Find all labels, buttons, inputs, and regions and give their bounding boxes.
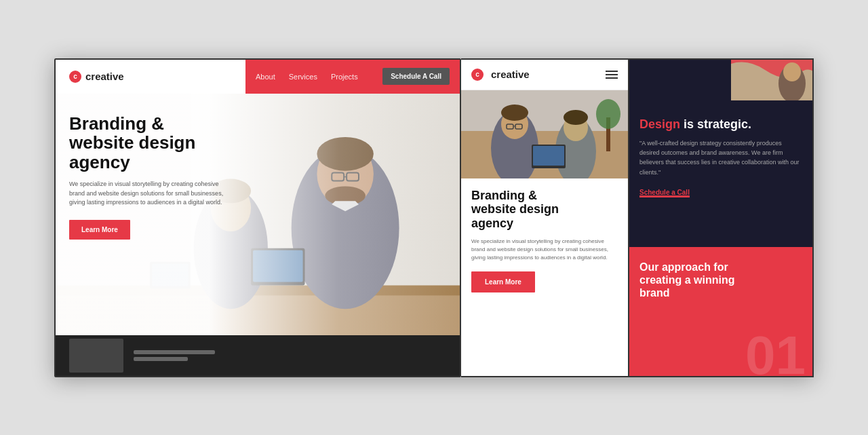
nav-projects[interactable]: Projects bbox=[331, 73, 358, 81]
desktop-nav: creative About Services Projects Schedul… bbox=[56, 60, 460, 94]
strip-line-2 bbox=[134, 357, 188, 361]
desktop-bottom-strip bbox=[56, 335, 460, 376]
mobile-learn-more-button[interactable]: Learn More bbox=[471, 271, 535, 292]
desktop-nav-left: creative bbox=[56, 60, 245, 94]
mobile-nav: creative bbox=[461, 60, 628, 90]
mobile-logo: creative bbox=[471, 69, 530, 81]
svg-point-33 bbox=[596, 99, 620, 129]
panel-right: Design is strategic. "A well-crafted des… bbox=[629, 58, 814, 377]
right-top-image bbox=[731, 60, 812, 100]
logo-icon bbox=[69, 71, 81, 83]
outer-wrapper: creative About Services Projects Schedul… bbox=[54, 58, 814, 377]
nav-cta-button[interactable]: Schedule A Call bbox=[382, 68, 450, 85]
svg-point-23 bbox=[501, 105, 528, 121]
desktop-hero: Branding & website design agency We spec… bbox=[56, 60, 460, 376]
desktop-hero-heading: Branding & website design agency bbox=[69, 114, 232, 172]
strip-text bbox=[134, 350, 215, 361]
desktop-nav-right: About Services Projects Schedule A Call bbox=[245, 60, 460, 94]
design-headline: Design is strategic. bbox=[639, 117, 802, 132]
desktop-logo-text: creative bbox=[85, 71, 124, 82]
panel-mobile: creative bbox=[461, 58, 629, 377]
mobile-hero-heading: Branding & website design agency bbox=[471, 189, 618, 231]
right-design-text: Design is strategic. "A well-crafted des… bbox=[639, 117, 802, 198]
mobile-content: Branding & website design agency We spec… bbox=[461, 178, 628, 303]
hamburger-menu[interactable] bbox=[606, 71, 618, 79]
svg-rect-31 bbox=[533, 146, 564, 166]
hamburger-line-1 bbox=[606, 71, 618, 72]
mobile-logo-text: creative bbox=[491, 69, 530, 80]
design-quote: "A well-crafted design strategy consiste… bbox=[639, 138, 802, 178]
nav-services[interactable]: Services bbox=[289, 73, 317, 81]
strip-image bbox=[69, 339, 123, 373]
hamburger-line-2 bbox=[606, 74, 618, 75]
schedule-call-link[interactable]: Schedule a Call bbox=[639, 189, 690, 197]
right-red-section: Our approach for creating a winning bran… bbox=[629, 247, 812, 376]
strip-line-1 bbox=[134, 350, 215, 354]
nav-about[interactable]: About bbox=[256, 73, 275, 81]
mobile-hero-subtext: We specialize in visual storytelling by … bbox=[471, 238, 618, 262]
desktop-content: Branding & website design agency We spec… bbox=[69, 114, 232, 240]
svg-point-29 bbox=[564, 110, 588, 125]
approach-number: 01 bbox=[745, 328, 806, 376]
desktop-hero-subtext: We specialize in visual storytelling by … bbox=[69, 180, 232, 208]
mobile-hero-image bbox=[461, 90, 628, 178]
design-headline-rest: is strategic. bbox=[680, 117, 751, 131]
svg-point-36 bbox=[783, 62, 801, 81]
desktop-learn-more-button[interactable]: Learn More bbox=[69, 220, 130, 240]
panel-desktop: creative About Services Projects Schedul… bbox=[54, 58, 461, 377]
design-accent-word: Design bbox=[639, 117, 680, 131]
hamburger-line-3 bbox=[606, 77, 618, 79]
approach-heading: Our approach for creating a winning bran… bbox=[639, 261, 802, 300]
right-dark-section: Design is strategic. "A well-crafted des… bbox=[629, 60, 812, 247]
mobile-logo-icon bbox=[471, 69, 484, 81]
